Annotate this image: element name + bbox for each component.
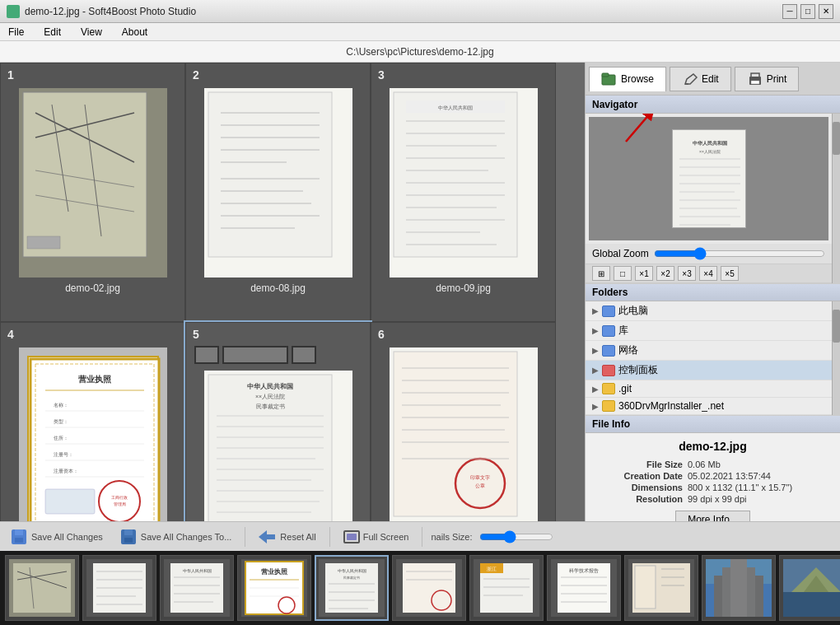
reset-all-label: Reset All <box>280 532 315 542</box>
filmstrip-thumb-5[interactable]: 中华人民共和国 民事裁定书 <box>315 555 389 621</box>
folder-item-net[interactable]: ▶ 网络 <box>586 341 832 361</box>
thumb-cell-3[interactable]: 3 中华人民共和国 <box>371 63 556 322</box>
grid-scroll[interactable]: 1 <box>0 63 585 521</box>
zoom-slider[interactable] <box>654 247 825 260</box>
svg-text:营业执照: 营业执照 <box>261 568 287 576</box>
svg-text:××人民法院: ××人民法院 <box>254 394 284 400</box>
folder-label-git: .git <box>618 383 632 394</box>
menu-file[interactable]: File <box>3 25 29 40</box>
fileinfo-size-val: 0.06 Mb <box>688 459 721 469</box>
svg-rect-132 <box>15 529 23 535</box>
folder-icon-pc <box>602 306 615 317</box>
fileinfo-header: File Info <box>586 415 840 433</box>
save-all-button[interactable]: Save All Changes <box>5 526 108 548</box>
filmstrip-thumb-11[interactable] <box>779 555 840 621</box>
filmstrip-thumb-7[interactable]: 浙江 <box>469 555 544 621</box>
thumb-cell-1[interactable]: 1 <box>0 63 185 322</box>
thumb-image-2 <box>204 88 352 278</box>
main-area: 1 <box>0 63 840 521</box>
zoom-grid-button[interactable]: ⊞ <box>592 266 610 281</box>
filmstrip-thumb-4[interactable]: 营业执照 <box>237 555 311 621</box>
folder-item-pc[interactable]: ▶ 此电脑 <box>586 301 832 321</box>
cell-number-6: 6 <box>378 328 385 341</box>
filmstrip-thumb-8[interactable]: 科学技术报告 <box>547 555 621 621</box>
thumb-label-3: demo-09.jpg <box>436 282 491 294</box>
zoom-3x-button[interactable]: ×3 <box>678 266 696 281</box>
close-button[interactable]: ✕ <box>819 4 833 19</box>
filmstrip-thumb-9[interactable] <box>624 555 698 621</box>
svg-rect-110 <box>602 73 609 77</box>
thumb-label-1: demo-02.jpg <box>65 282 120 294</box>
svg-text:××人民法院: ××人民法院 <box>699 149 721 154</box>
svg-text:中华人民共和国: 中华人民共和国 <box>438 105 473 110</box>
filmstrip-thumb-6[interactable] <box>392 555 466 621</box>
fileinfo-date-row: Creation Date 05.02.2021 13:57:44 <box>592 471 833 481</box>
folder-label-ctrl: 控制面板 <box>618 363 658 377</box>
folder-item-lib[interactable]: ▶ 库 <box>586 321 832 341</box>
svg-text:中华人民共和国: 中华人民共和国 <box>247 383 293 390</box>
nav-arrow <box>618 114 667 146</box>
save-all-to-button[interactable]: Save All Changes To... <box>114 526 236 548</box>
full-screen-button[interactable]: Full Screen <box>338 529 414 545</box>
thumb-image-1 <box>19 88 167 278</box>
menu-view[interactable]: View <box>76 25 107 40</box>
folders-scrollbar[interactable] <box>832 301 840 415</box>
filmstrip-thumb-10[interactable] <box>702 555 776 621</box>
navigator-scrollbar[interactable] <box>832 114 840 283</box>
svg-text:住所：: 住所： <box>53 436 68 441</box>
svg-text:中华人民共和国: 中华人民共和国 <box>183 568 212 573</box>
browse-button[interactable]: Browse <box>589 67 666 91</box>
thumb-cell-5[interactable]: 5 中华人民共和国 ××人民法院 <box>185 322 371 521</box>
reset-all-button[interactable]: Reset All <box>254 529 320 545</box>
thumb-cell-2[interactable]: 2 <box>185 63 371 322</box>
edit-button[interactable]: Edit <box>670 67 731 91</box>
menu-about[interactable]: About <box>117 25 152 40</box>
navigator-header: Navigator <box>586 96 840 114</box>
folder-arrow-net: ▶ <box>592 346 599 355</box>
zoom-fit-button[interactable]: □ <box>614 266 632 281</box>
path-bar: C:\Users\pc\Pictures\demo-12.jpg <box>0 41 840 63</box>
filmstrip-thumb-1[interactable] <box>5 555 79 621</box>
zoom-4x-button[interactable]: ×4 <box>699 266 717 281</box>
zoom-5x-button[interactable]: ×5 <box>721 266 739 281</box>
svg-text:管理局: 管理局 <box>113 501 125 506</box>
zoom-2x-button[interactable]: ×2 <box>656 266 674 281</box>
more-info-button[interactable]: More Info... <box>675 511 750 521</box>
zoom-row: Global Zoom <box>586 244 832 264</box>
thumb-cell-4[interactable]: 4 营业执照 名称： 类型： <box>0 322 185 521</box>
maximize-button[interactable]: □ <box>800 4 815 19</box>
folder-arrow-ctrl: ▶ <box>592 366 599 375</box>
folder-label-pc: 此电脑 <box>618 304 648 318</box>
edit-icon <box>682 72 698 86</box>
edit-label: Edit <box>702 73 719 85</box>
filmstrip-thumb-3[interactable]: 中华人民共和国 <box>160 555 234 621</box>
folder-icon-360 <box>602 400 615 412</box>
save-all-to-label: Save All Changes To... <box>141 532 231 542</box>
menu-edit[interactable]: Edit <box>39 25 66 40</box>
svg-rect-206 <box>783 592 840 617</box>
minimize-button[interactable]: ─ <box>782 4 797 19</box>
print-button[interactable]: Print <box>735 67 800 91</box>
folder-label-lib: 库 <box>618 324 628 338</box>
zoom-1x-button[interactable]: ×1 <box>635 266 653 281</box>
menubar: File Edit View About <box>0 23 840 41</box>
fileinfo-filename: demo-12.jpg <box>592 440 833 453</box>
filmstrip-thumb-2[interactable] <box>82 555 156 621</box>
thumb-cell-6[interactable]: 6 <box>371 322 556 521</box>
folder-item-git[interactable]: ▶ .git <box>586 380 832 398</box>
toolbar-separator-1 <box>245 527 245 547</box>
svg-text:中华人民共和国: 中华人民共和国 <box>693 140 727 146</box>
thumb-size-slider[interactable] <box>479 530 553 543</box>
toolbar-separator-3 <box>422 527 422 547</box>
fileinfo-res-key: Resolution <box>592 494 683 504</box>
cell-number-5: 5 <box>193 328 199 341</box>
svg-rect-139 <box>347 534 357 540</box>
svg-rect-50 <box>45 489 95 514</box>
fileinfo-dim-row: Dimensions 800 x 1132 (11.1" x 15.7") <box>592 483 833 492</box>
nav-preview[interactable]: 中华人民共和国 ××人民法院 <box>589 117 828 240</box>
fileinfo-dim-key: Dimensions <box>592 483 683 492</box>
svg-text:注册资本：: 注册资本： <box>54 468 78 473</box>
folder-item-ctrl[interactable]: ▶ 控制面板 <box>586 361 832 380</box>
folder-item-360[interactable]: ▶ 360DrvMgrInstaller_.net <box>586 398 832 415</box>
svg-text:注册号：: 注册号： <box>54 451 73 457</box>
